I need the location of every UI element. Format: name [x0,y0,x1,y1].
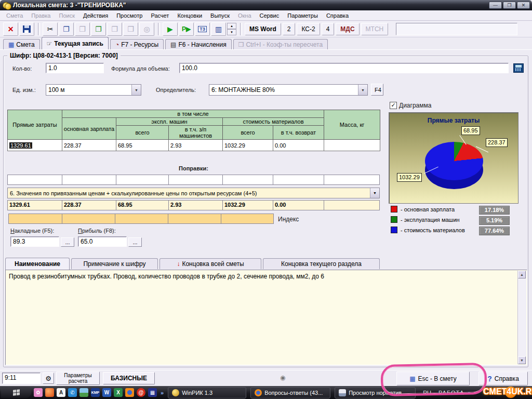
quick-launch-acrobat-icon[interactable]: A [57,388,65,397]
run-button[interactable]: ▶ [163,22,178,36]
paste-special-button[interactable]: ❐ [91,22,106,36]
menu-deystviya[interactable]: Действия [79,11,112,20]
mds-button[interactable]: МДС [336,23,359,35]
cell-materials-total[interactable]: 1032.29 [223,140,273,151]
quick-launch-phone-icon[interactable]: ✆ [68,388,77,397]
chevron-down-icon[interactable]: ▼ [370,188,379,198]
calc-cell[interactable] [324,200,380,210]
quick-launch-mail-icon[interactable]: @ [137,388,145,397]
cell-base-wage[interactable]: 228.37 [62,140,116,151]
menu-spravka[interactable]: Справка [322,11,353,20]
menu-prosmotr[interactable]: Просмотр [112,11,147,20]
quick-launch-browser-icon[interactable] [45,388,54,397]
f4-button[interactable]: F4 [371,84,383,96]
quick-launch-firefox-icon[interactable] [125,388,134,397]
cell-mass[interactable] [324,140,380,151]
tab-estimate-ending[interactable]: ↓ Концовка всей сметы [159,258,261,269]
menu-parametry[interactable]: Параметры [283,11,322,20]
menu-smeta[interactable]: Смета [2,11,27,20]
diagram-checkbox[interactable]: ✓ [390,102,397,109]
settings-button[interactable]: ⚙ [43,373,54,384]
calc-cell[interactable]: 1032.29 [222,200,273,210]
spin-up-button[interactable]: ▲ [227,23,236,29]
language-indicator[interactable]: RU [423,390,431,396]
menu-koncovki[interactable]: Концовки [173,11,206,20]
scrollbar[interactable]: ▲ ▼ [517,271,526,364]
quick-launch-more-icon[interactable]: » [161,390,164,396]
quick-launch-word-icon[interactable]: W [102,388,111,397]
price-mode-dropdown[interactable]: 6. Значения по привязанным ценам + скаль… [7,188,380,198]
mtsn-button[interactable]: МТСН [361,23,389,35]
menu-okna[interactable]: Окна [234,11,256,20]
quick-launch-excel-icon[interactable]: X [114,388,123,397]
delete-button[interactable]: ✕ [3,22,18,36]
cell-materials-return[interactable]: 0.00 [273,140,324,151]
correction-cell[interactable] [222,175,273,185]
scroll-down-icon[interactable]: ▼ [518,356,526,364]
help-button[interactable]: ? Справка [478,371,528,385]
tab-current-record[interactable]: ☞ Текущая запись [42,37,109,49]
menu-poisk[interactable]: Поиск [55,11,78,20]
copy-button[interactable]: ❐ [59,22,74,36]
cell-direct[interactable]: 1329.61 [8,140,62,151]
quick-launch-app-icon[interactable]: ▦ [148,388,157,397]
chevron-down-icon[interactable]: ▼ [358,85,367,95]
cell-machines-drivers[interactable]: 2.93 [169,140,223,151]
calc-cell[interactable]: 0.00 [273,200,324,210]
calc-cell[interactable]: 2.93 [168,200,222,210]
task-questions[interactable]: Вопросы-ответы (43... [250,387,330,398]
calc-params-button[interactable]: Параметры расчета [56,371,100,385]
calc-cell[interactable]: 1329.61 [7,200,62,210]
tab-name[interactable]: Наименование [5,258,70,270]
index-cell[interactable] [62,214,115,224]
paste-button[interactable]: ❒ [75,22,90,36]
tab-f6-charges[interactable]: ▤ F6 - Начисления [165,39,232,49]
overhead-more-button[interactable]: ... [61,237,74,247]
ks2-button[interactable]: КС-2 [297,23,320,35]
cut-button[interactable]: ✂ [43,22,58,36]
spin-down-button[interactable]: ▼ [227,29,236,35]
button-4[interactable]: 4 [322,23,335,35]
t3-table-button[interactable]: Т3 [195,22,210,36]
quick-launch-kmp-icon[interactable]: KMP [91,388,100,397]
task-normative-view[interactable]: Просмотр норматив... [335,387,416,398]
index-cell[interactable] [221,214,274,224]
menu-pravka[interactable]: Правка [27,11,55,20]
button-2[interactable]: 2 [283,23,296,35]
esc-to-estimate-button[interactable]: ▦ Esc - В смету [396,371,470,385]
qty-field[interactable]: 1.0 [46,63,104,73]
quick-launch-pictures-icon[interactable] [79,388,88,397]
correction-cell[interactable] [324,175,380,185]
maximize-button[interactable]: ❐ [503,2,516,9]
description-textarea[interactable]: Провод в резинобитумных трубках. Провод,… [5,270,527,365]
tab-cipher-note[interactable]: Примечание к шифру [71,258,158,269]
unit-combobox[interactable]: 100 м ▼ [46,84,141,96]
index-cell[interactable] [115,214,168,224]
clipboard-button[interactable]: ❒ [123,22,138,36]
task-winrik[interactable]: WinРИК 1.3 [168,387,246,398]
tray-more-icon[interactable]: » [468,390,471,396]
start-button[interactable] [1,387,31,398]
correction-cell[interactable] [7,175,62,185]
correction-cell[interactable] [168,175,222,185]
correction-cell[interactable] [273,175,324,185]
clipboard-view-button[interactable]: ❒ [107,22,122,36]
tab-f7-resources[interactable]: ◔ F7 - Ресурсы [110,39,164,49]
calc-cell[interactable]: 228.37 [62,200,116,210]
determiner-combobox[interactable]: 6: МОНТАЖНЫЕ 80% ▼ [209,84,368,96]
scroll-up-icon[interactable]: ▲ [518,271,526,278]
columns-button[interactable]: ▥ [211,22,226,36]
menu-servis[interactable]: Сервис [256,11,284,20]
correction-cell[interactable] [62,175,116,185]
formula-field[interactable]: 100.0 [179,63,509,73]
cell-machines-total[interactable]: 68.95 [116,140,169,151]
tab-smeta[interactable]: ▦ Смета [3,39,40,49]
overhead-field[interactable]: 89.3 [10,236,59,247]
find-button[interactable]: ◎ [139,22,154,36]
index-cell[interactable] [8,214,62,224]
calc-cell[interactable]: 68.95 [116,200,168,210]
correction-cell[interactable] [116,175,168,185]
calculator-button[interactable] [513,63,524,73]
menu-vypusk[interactable]: Выпуск [206,11,234,20]
basis-prices-button[interactable]: БАЗИСНЫЕ [103,372,155,384]
